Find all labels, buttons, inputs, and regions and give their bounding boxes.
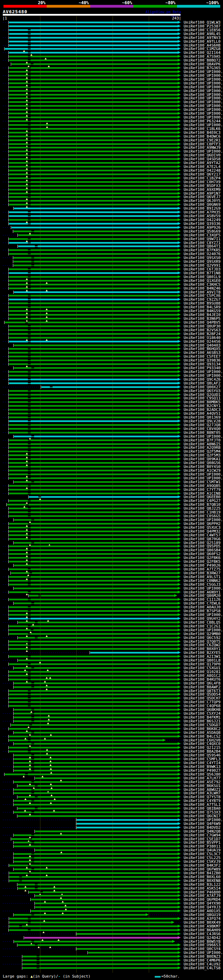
hit-start-tick: [8, 643, 9, 647]
scale-tick-label: 20%: [26, 0, 45, 5]
hit-bar: [9, 405, 28, 407]
hit-bar-arrow-icon: [178, 549, 181, 551]
hit-bar-arrow-icon: [178, 203, 181, 206]
hit-bar-arrow-icon: [178, 966, 181, 969]
hit-bar-gap-segment: [28, 330, 30, 331]
hit-bar: [30, 740, 163, 741]
hit-bar: [30, 52, 178, 54]
hit-bar-gap-segment: [28, 398, 30, 399]
hit-bar-arrow-icon: [178, 272, 181, 274]
hit-bar: [30, 154, 178, 156]
hit-bar: [14, 713, 31, 714]
hit-start-tick: [13, 769, 14, 772]
hit-bar: [30, 352, 178, 353]
hit-start-tick: [8, 112, 9, 115]
hit-bar: [30, 97, 178, 99]
hit-bar: [30, 75, 178, 76]
hit-bar: [34, 869, 178, 870]
hit-start-tick: [8, 378, 9, 381]
hit-bar: [30, 568, 178, 570]
hit-bar-arrow-icon: [178, 158, 181, 160]
hit-bar: [31, 910, 178, 912]
hit-bar: [28, 321, 178, 323]
hit-bar-arrow-icon: [178, 560, 181, 563]
hit-bar: [9, 105, 28, 107]
hit-start-tick: [8, 89, 9, 92]
hit-start-tick: [8, 158, 9, 161]
hit-bar-arrow-icon: [178, 898, 181, 901]
scale-segment: [177, 5, 220, 8]
hit-start-tick: [8, 188, 9, 191]
hit-bar-gap-segment: [28, 110, 30, 110]
hit-start-tick: [8, 609, 9, 612]
hit-bar-arrow-icon: [178, 78, 181, 81]
hit-start-tick: [76, 818, 76, 821]
hit-bar: [14, 565, 178, 566]
hit-bar: [9, 508, 28, 509]
hit-bar-gap-segment: [28, 360, 30, 361]
hit-start-tick: [8, 499, 9, 502]
hit-bar-gap-segment: [28, 136, 30, 137]
hit-bar: [53, 386, 178, 388]
hit-start-tick: [9, 864, 9, 867]
hit-bar-gap-segment: [28, 523, 30, 524]
hit-bar: [34, 762, 178, 764]
hit-bar: [34, 800, 178, 802]
hit-bar-arrow-icon: [178, 663, 181, 665]
hit-bar-gap-segment: [29, 725, 32, 725]
hit-bar: [30, 116, 178, 118]
hit-bar-arrow-icon: [178, 442, 181, 445]
hit-bar: [9, 101, 28, 103]
hit-bar: [30, 872, 178, 874]
hit-bar-arrow-icon: [172, 940, 175, 943]
hit-bar-gap-segment: [28, 406, 30, 406]
hit-bar: [9, 128, 28, 130]
hit-bar-gap-segment: [28, 671, 30, 672]
hit-bar-gap-segment: [28, 447, 30, 448]
hit-start-tick: [8, 21, 9, 24]
hit-bar: [30, 90, 178, 92]
hit-bar: [9, 610, 28, 612]
hit-bar-arrow-icon: [178, 222, 181, 225]
hit-start-tick: [8, 583, 9, 586]
hit-start-tick: [8, 116, 9, 119]
hit-bar: [34, 436, 178, 438]
hit-bar-gap-segment: [37, 968, 39, 969]
hit-bar: [30, 382, 178, 384]
hit-start-tick: [8, 86, 9, 89]
hit-bar: [18, 808, 35, 809]
legend-scale-text: =50char.: [161, 974, 180, 978]
hit-bar: [22, 926, 178, 927]
hit-bar-gap-segment: [39, 497, 41, 498]
hit-bar: [30, 113, 178, 115]
hit-bar-gap-segment: [28, 611, 30, 611]
hit-start-tick: [11, 226, 11, 229]
hit-bar-arrow-icon: [178, 143, 181, 145]
hit-bar: [30, 655, 178, 657]
hit-bar: [30, 56, 178, 57]
hit-bar-gap-segment: [28, 30, 30, 30]
hit-bar-arrow-icon: [178, 389, 181, 392]
hit-bar-arrow-icon: [178, 925, 181, 928]
hit-bar: [9, 568, 28, 570]
hit-bar: [11, 572, 29, 574]
hit-start-tick: [8, 423, 9, 426]
hit-bar: [30, 173, 178, 175]
hit-bar-arrow-icon: [178, 955, 181, 958]
hit-bar-gap-segment: [31, 789, 34, 790]
hit-bar: [30, 549, 178, 551]
hit-bar: [30, 599, 178, 600]
hit-bar: [30, 45, 178, 46]
hit-bar-gap-segment: [28, 353, 30, 353]
hit-bar: [9, 447, 28, 449]
hit-bar: [35, 849, 178, 851]
hit-bar: [30, 614, 178, 616]
hit-bar-arrow-icon: [178, 716, 181, 719]
hit-bar-gap-segment: [28, 577, 30, 578]
hit-label[interactable]: UniRef100_C4LTS8: [184, 966, 222, 970]
hit-bar-arrow-icon: [178, 799, 181, 802]
hit-start-tick: [8, 325, 9, 328]
hit-bar-gap-segment: [28, 619, 30, 619]
ruler-end-label: 243|: [139, 16, 181, 21]
hit-bar-gap-segment: [28, 383, 30, 384]
